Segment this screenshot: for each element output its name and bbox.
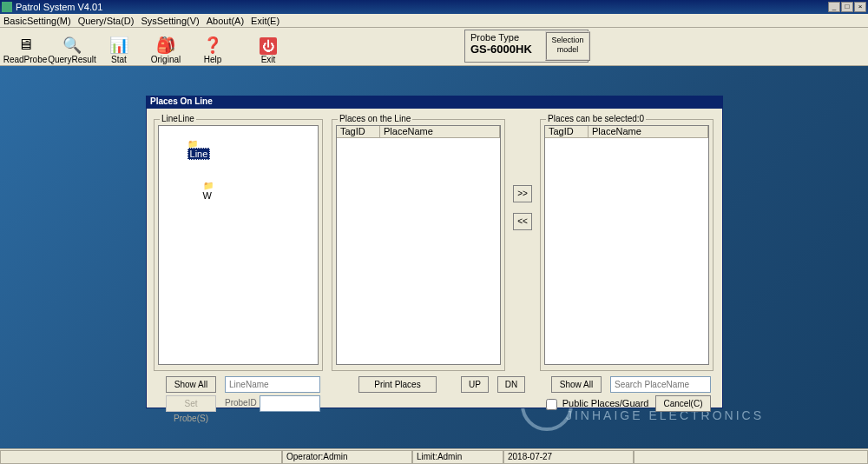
queryresult-label: QueryResult bbox=[48, 55, 96, 64]
list-header: TagID PlaceName bbox=[337, 126, 500, 138]
linename-input[interactable] bbox=[225, 376, 320, 393]
menu-exit[interactable]: Exit(E) bbox=[251, 16, 279, 26]
help-button[interactable]: ❓ Help bbox=[189, 30, 236, 64]
monitor-icon: 🖥 bbox=[15, 36, 36, 55]
col-placename-2[interactable]: PlaceName bbox=[589, 126, 708, 137]
bag-icon: 🎒 bbox=[155, 36, 176, 55]
places-selectable-label: Places can be selected:0 bbox=[546, 114, 646, 123]
status-operator: Operator:Admin bbox=[282, 450, 412, 464]
places-selectable-group: Places can be selected:0 TagID PlaceName bbox=[540, 119, 713, 371]
tree-child-icon bbox=[203, 180, 214, 190]
tree-root-node[interactable]: Line bbox=[187, 148, 211, 160]
move-right-button[interactable]: >> bbox=[513, 185, 532, 202]
places-on-line-dialog: Places On Line LineLine Line W Places on… bbox=[146, 96, 723, 408]
stat-button[interactable]: 📊 Stat bbox=[95, 30, 142, 64]
maximize-button[interactable]: □ bbox=[841, 2, 853, 12]
probeid-label: ProbeID bbox=[225, 398, 257, 408]
status-cell-empty bbox=[0, 450, 282, 464]
up-button[interactable]: UP bbox=[461, 376, 489, 393]
stat-label: Stat bbox=[111, 55, 127, 64]
cancel-button[interactable]: Cancel(C) bbox=[655, 395, 711, 412]
status-limit: Limit:Admin bbox=[412, 450, 503, 464]
move-buttons: >> << bbox=[513, 185, 532, 241]
menu-sys-setting[interactable]: SysSetting(V) bbox=[141, 16, 199, 26]
move-left-button[interactable]: << bbox=[513, 213, 532, 230]
places-selectable-list[interactable]: TagID PlaceName bbox=[544, 125, 709, 365]
line-tree[interactable]: Line W bbox=[158, 125, 319, 365]
exit-label: Exit bbox=[261, 55, 276, 64]
help-label: Help bbox=[204, 55, 222, 64]
original-label: Original bbox=[151, 55, 181, 64]
title-bar: Patrol System V4.01 _ □ × bbox=[0, 0, 868, 14]
search-icon: 🔍 bbox=[62, 36, 82, 55]
minimize-button[interactable]: _ bbox=[828, 2, 840, 12]
menu-basic-setting[interactable]: BasicSetting(M) bbox=[3, 16, 71, 26]
app-icon bbox=[2, 2, 12, 12]
show-all-right-button[interactable]: Show All bbox=[551, 376, 602, 393]
public-places-label: Public Places/Guard bbox=[562, 398, 649, 408]
search-placename-input[interactable] bbox=[610, 376, 711, 393]
tree-child-node[interactable]: W bbox=[203, 190, 212, 201]
probeid-input[interactable] bbox=[260, 395, 320, 412]
places-on-line-group: Places on the Line TagID PlaceName bbox=[332, 119, 505, 371]
places-on-line-list[interactable]: TagID PlaceName bbox=[336, 125, 501, 365]
lineline-group-label: LineLine bbox=[160, 114, 196, 123]
readprobe-label: ReadProbe bbox=[3, 55, 48, 64]
menu-about[interactable]: About(A) bbox=[207, 16, 244, 26]
menu-bar: BasicSetting(M) Query/Sta(D) SysSetting(… bbox=[0, 14, 868, 28]
help-icon: ❓ bbox=[202, 36, 223, 55]
dialog-title: Places On Line bbox=[147, 96, 722, 109]
col-tagid[interactable]: TagID bbox=[337, 126, 380, 137]
chart-icon: 📊 bbox=[108, 36, 129, 55]
selection-model-button[interactable]: Selection model bbox=[545, 31, 590, 61]
lineline-group: LineLine Line W bbox=[154, 119, 323, 371]
status-date: 2018-07-27 bbox=[503, 450, 634, 464]
toolbar: 🖥 ReadProbe 🔍 QueryResult 📊 Stat 🎒 Origi… bbox=[0, 28, 868, 66]
status-cell-tail bbox=[634, 450, 868, 464]
status-bar: Operator:Admin Limit:Admin 2018-07-27 bbox=[0, 448, 868, 464]
print-places-button[interactable]: Print Places bbox=[358, 376, 437, 393]
original-button[interactable]: 🎒 Original bbox=[142, 30, 189, 64]
dn-button[interactable]: DN bbox=[497, 376, 525, 393]
show-all-left-button[interactable]: Show All bbox=[166, 376, 216, 393]
power-icon: ⏻ bbox=[260, 37, 277, 55]
set-probe-button: Set Probe(S) bbox=[166, 395, 216, 412]
exit-button[interactable]: ⏻ Exit bbox=[245, 30, 292, 64]
menu-query-sta[interactable]: Query/Sta(D) bbox=[78, 16, 135, 26]
col-placename[interactable]: PlaceName bbox=[380, 126, 500, 137]
queryresult-button[interactable]: 🔍 QueryResult bbox=[49, 30, 95, 64]
window-title: Patrol System V4.01 bbox=[16, 2, 102, 12]
public-places-checkbox-input[interactable] bbox=[546, 399, 557, 410]
list-header-2: TagID PlaceName bbox=[545, 126, 708, 138]
places-on-line-label: Places on the Line bbox=[338, 114, 412, 123]
public-places-checkbox[interactable]: Public Places/Guard bbox=[546, 398, 648, 410]
readprobe-button[interactable]: 🖥 ReadProbe bbox=[2, 30, 49, 64]
close-button[interactable]: × bbox=[854, 2, 866, 12]
col-tagid-2[interactable]: TagID bbox=[545, 126, 589, 137]
